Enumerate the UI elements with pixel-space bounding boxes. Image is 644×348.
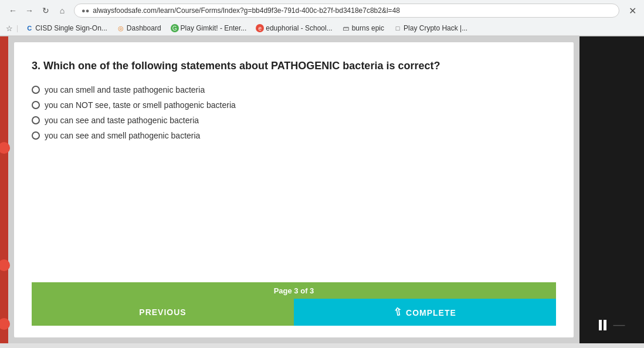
- back-button[interactable]: ←: [6, 4, 20, 18]
- radio-3[interactable]: [32, 116, 40, 124]
- forward-button[interactable]: →: [22, 4, 36, 18]
- bookmark-burns[interactable]: 🗃 burns epic: [338, 23, 388, 33]
- previous-button[interactable]: PREVIOUS: [32, 299, 294, 326]
- browser-chrome: ← → ↻ ⌂ ●● alwaysfoodsafe.com/learn/Cour…: [0, 0, 644, 36]
- url-text: alwaysfoodsafe.com/learn/Course/Forms/In…: [93, 6, 400, 15]
- sidebar-dot-3: [0, 318, 10, 330]
- bookmark-cisd[interactable]: C CISD Single Sign-On...: [22, 23, 111, 33]
- complete-button[interactable]: ⇧ COMPLETE: [294, 299, 556, 326]
- complete-label: COMPLETE: [406, 308, 456, 317]
- option-2[interactable]: you can NOT see, taste or smell pathogen…: [32, 100, 556, 110]
- bookmark-crypto[interactable]: □ Play Crypto Hack |...: [390, 23, 471, 33]
- bookmark-dashboard[interactable]: ◎ Dashboard: [113, 23, 165, 33]
- right-panel: —: [579, 36, 644, 343]
- eduphoria-label: eduphorial - School...: [266, 24, 332, 32]
- question-text: 3. Which one of the following statements…: [32, 59, 556, 73]
- dash-icon: —: [614, 318, 625, 332]
- progress-bar: Page 3 of 3: [32, 282, 556, 299]
- nav-section: Page 3 of 3 PREVIOUS ⇧ COMPLETE: [32, 282, 556, 326]
- cursor-icon: ⇧: [392, 305, 404, 319]
- radio-1[interactable]: [32, 86, 40, 94]
- cisd-label: CISD Single Sign-On...: [35, 24, 107, 32]
- radio-2[interactable]: [32, 101, 40, 109]
- option-3-text: you can see and taste pathogenic bacteri…: [45, 116, 199, 125]
- home-button[interactable]: ⌂: [55, 4, 69, 18]
- gimkit-icon: G: [171, 24, 179, 32]
- pause-bar-left: [599, 320, 602, 330]
- dashboard-icon: ◎: [117, 24, 125, 32]
- bookmark-gimkit[interactable]: G Play Gimkit! - Enter...: [167, 23, 250, 33]
- bookmarks-bar: ☆ | C CISD Single Sign-On... ◎ Dashboard…: [0, 21, 644, 36]
- burns-icon: 🗃: [342, 24, 350, 32]
- pause-icon: [599, 320, 606, 330]
- pause-bar-right: [604, 320, 606, 330]
- page-indicator: Page 3 of 3: [274, 286, 314, 295]
- secure-icon: ●●: [82, 7, 89, 14]
- sidebar-dot-1: [0, 142, 10, 154]
- dashboard-label: Dashboard: [127, 24, 161, 32]
- title-bar: ← → ↻ ⌂ ●● alwaysfoodsafe.com/learn/Cour…: [0, 0, 644, 21]
- option-2-text: you can NOT see, taste or smell pathogen…: [45, 100, 236, 110]
- button-row: PREVIOUS ⇧ COMPLETE: [32, 299, 556, 326]
- bookmark-eduphoria[interactable]: e eduphorial - School...: [252, 23, 335, 33]
- reload-button[interactable]: ↻: [39, 4, 53, 18]
- burns-label: burns epic: [352, 24, 384, 32]
- option-4-text: you can see and smell pathogenic bacteri…: [45, 131, 200, 140]
- radio-4[interactable]: [32, 131, 40, 140]
- crypto-label: Play Crypto Hack |...: [404, 24, 467, 32]
- sidebar-dot-2: [0, 259, 10, 271]
- left-sidebar: [0, 36, 8, 343]
- cisd-icon: C: [25, 24, 33, 32]
- option-4[interactable]: you can see and smell pathogenic bacteri…: [32, 131, 556, 140]
- bookmark-separator: |: [16, 24, 18, 32]
- pause-control[interactable]: —: [599, 318, 625, 332]
- question-number: 3: [32, 60, 38, 72]
- address-bar[interactable]: ●● alwaysfoodsafe.com/learn/Course/Forms…: [74, 4, 619, 18]
- star-icon: ☆: [6, 24, 13, 33]
- crypto-icon: □: [394, 24, 402, 32]
- option-1[interactable]: you can smell and taste pathogenic bacte…: [32, 85, 556, 94]
- main-card: 3. Which one of the following statements…: [14, 42, 574, 337]
- option-3[interactable]: you can see and taste pathogenic bacteri…: [32, 116, 556, 125]
- question-body: Which one of the following statements ab…: [43, 60, 440, 72]
- gimkit-label: Play Gimkit! - Enter...: [181, 24, 247, 32]
- option-1-text: you can smell and taste pathogenic bacte…: [45, 85, 205, 94]
- close-button[interactable]: ✕: [626, 5, 638, 16]
- page-content: 3. Which one of the following statements…: [0, 36, 644, 343]
- nav-buttons: ← → ↻ ⌂: [6, 4, 69, 18]
- eduphoria-icon: e: [256, 24, 264, 32]
- options-list: you can smell and taste pathogenic bacte…: [32, 85, 556, 140]
